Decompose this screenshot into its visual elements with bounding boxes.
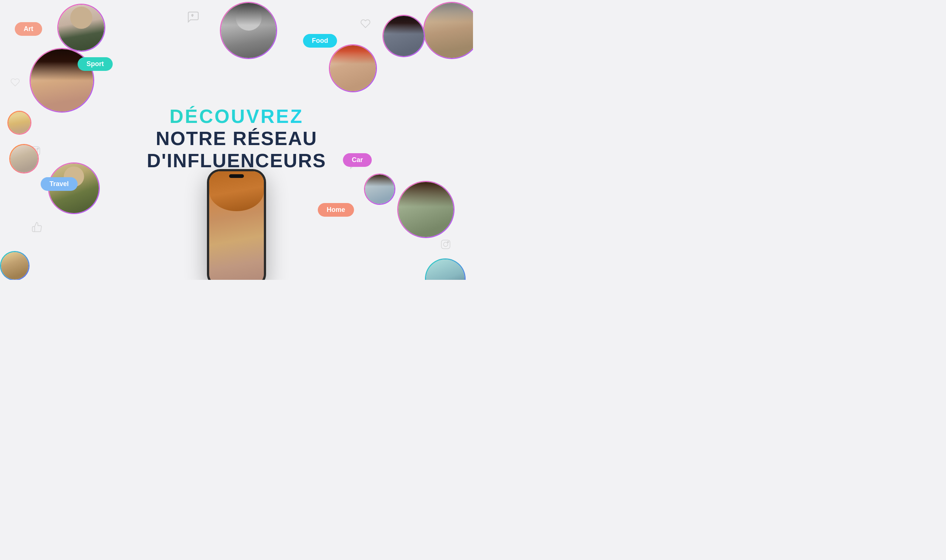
svg-point-2	[37, 148, 39, 149]
pill-home-label: Home	[327, 206, 345, 214]
avatar-older-man-right	[423, 2, 473, 59]
avatar-brunette-laughing-right	[397, 181, 455, 238]
hero-text: DÉCOUVREZ NOTRE RÉSEAU D'INFLUENCEURS	[147, 106, 326, 172]
chat-heart-icon	[187, 10, 200, 24]
avatar-woman-smiling-right-small	[364, 174, 395, 205]
avatar-redhead-woman	[329, 44, 377, 92]
avatar-dark-hair-laughing	[383, 15, 425, 57]
pill-car[interactable]: Car	[343, 153, 372, 167]
svg-point-5	[448, 242, 449, 243]
phone-notch	[229, 174, 244, 178]
hero-line3: D'INFLUENCEURS	[147, 149, 326, 172]
pill-food[interactable]: Food	[303, 34, 337, 48]
avatar-blonde-woman	[8, 111, 31, 135]
svg-point-4	[443, 242, 448, 246]
avatar-man-mustache-small	[9, 144, 39, 174]
heart-icon-left	[10, 77, 20, 87]
pill-art-label: Art	[24, 25, 33, 33]
pill-food-label: Food	[312, 37, 328, 45]
avatar-curly-hair-bottom-left	[0, 251, 29, 280]
pill-art[interactable]: Art	[15, 22, 42, 36]
pill-travel-label: Travel	[49, 180, 69, 188]
hero-line1: DÉCOUVREZ	[147, 106, 326, 128]
pill-sport-label: Sport	[86, 60, 104, 68]
phone-mockup	[207, 169, 266, 280]
pill-travel[interactable]: Travel	[41, 177, 77, 191]
heart-icon-top-right	[360, 18, 370, 29]
hero-line2: NOTRE RÉSEAU	[147, 128, 326, 150]
avatar-young-man-center	[220, 2, 277, 59]
pill-car-label: Car	[352, 156, 363, 164]
avatar-young-man-top-left	[57, 4, 105, 52]
scene: Art Sport Food Travel Car Home DÉCOUVREZ…	[0, 0, 473, 280]
avatar-partial-bottom-right	[425, 258, 466, 280]
thumbs-up-icon	[31, 222, 43, 232]
instagram-icon-right	[440, 239, 451, 249]
phone-screen	[209, 171, 264, 280]
pill-home[interactable]: Home	[318, 203, 354, 217]
pill-sport[interactable]: Sport	[77, 57, 113, 71]
